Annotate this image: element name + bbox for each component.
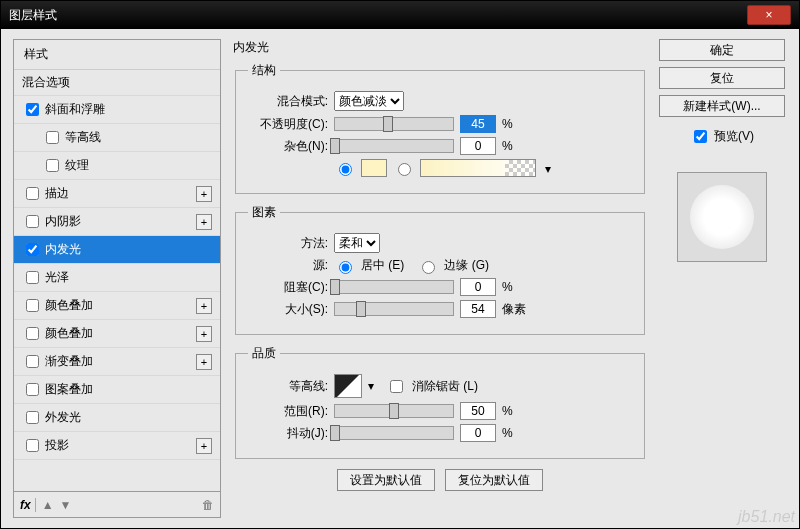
styles-bottom-bar: fx ▲ ▼ 🗑 bbox=[13, 492, 221, 518]
quality-legend: 品质 bbox=[248, 345, 280, 362]
contour-chevron-icon[interactable]: ▾ bbox=[368, 379, 374, 393]
size-unit: 像素 bbox=[502, 301, 526, 318]
range-label: 范围(R): bbox=[248, 403, 328, 420]
inner-shadow-checkbox[interactable] bbox=[26, 215, 39, 228]
color-overlay-2-checkbox[interactable] bbox=[26, 327, 39, 340]
right-panel: 确定 复位 新建样式(W)... 预览(V) bbox=[659, 29, 799, 528]
contour-sub-checkbox[interactable] bbox=[46, 131, 59, 144]
add-inner-shadow-button[interactable]: + bbox=[196, 214, 212, 230]
cancel-button[interactable]: 复位 bbox=[659, 67, 785, 89]
style-satin[interactable]: 光泽 bbox=[14, 264, 220, 292]
add-color-overlay-1-button[interactable]: + bbox=[196, 298, 212, 314]
add-color-overlay-2-button[interactable]: + bbox=[196, 326, 212, 342]
satin-checkbox[interactable] bbox=[26, 271, 39, 284]
style-contour-sub[interactable]: 等高线 bbox=[14, 124, 220, 152]
add-gradient-overlay-button[interactable]: + bbox=[196, 354, 212, 370]
fx-icon[interactable]: fx bbox=[20, 498, 36, 512]
color-swatch[interactable] bbox=[361, 159, 387, 177]
choke-input[interactable] bbox=[460, 278, 496, 296]
opacity-input[interactable] bbox=[460, 115, 496, 133]
choke-slider[interactable] bbox=[334, 280, 454, 294]
opacity-unit: % bbox=[502, 117, 513, 131]
range-unit: % bbox=[502, 404, 513, 418]
trash-icon[interactable]: 🗑 bbox=[202, 498, 214, 512]
style-texture-sub[interactable]: 纹理 bbox=[14, 152, 220, 180]
style-color-overlay-1[interactable]: 颜色叠加 + bbox=[14, 292, 220, 320]
styles-header[interactable]: 样式 bbox=[14, 40, 220, 70]
add-drop-shadow-button[interactable]: + bbox=[196, 438, 212, 454]
drop-shadow-checkbox[interactable] bbox=[26, 439, 39, 452]
add-stroke-button[interactable]: + bbox=[196, 186, 212, 202]
blend-mode-label: 混合模式: bbox=[248, 93, 328, 110]
style-outer-glow[interactable]: 外发光 bbox=[14, 404, 220, 432]
make-default-button[interactable]: 设置为默认值 bbox=[337, 469, 435, 491]
blend-mode-select[interactable]: 颜色减淡 bbox=[334, 91, 404, 111]
reset-default-button[interactable]: 复位为默认值 bbox=[445, 469, 543, 491]
inner-glow-checkbox[interactable] bbox=[26, 243, 39, 256]
texture-sub-checkbox[interactable] bbox=[46, 159, 59, 172]
outer-glow-checkbox[interactable] bbox=[26, 411, 39, 424]
source-center-label: 居中 (E) bbox=[361, 257, 404, 274]
options-panel: 内发光 结构 混合模式: 颜色减淡 不透明度(C): % 杂色(N): bbox=[221, 29, 659, 528]
color-radio[interactable] bbox=[339, 163, 352, 176]
preview-checkbox[interactable] bbox=[694, 130, 707, 143]
opacity-slider[interactable] bbox=[334, 117, 454, 131]
structure-group: 结构 混合模式: 颜色减淡 不透明度(C): % 杂色(N): % bbox=[235, 62, 645, 194]
ok-button[interactable]: 确定 bbox=[659, 39, 785, 61]
color-overlay-1-checkbox[interactable] bbox=[26, 299, 39, 312]
close-icon: × bbox=[765, 8, 772, 22]
elements-group: 图素 方法: 柔和 源: 居中 (E) 边缘 (G) 阻塞(C): % bbox=[235, 204, 645, 335]
source-center-radio[interactable] bbox=[339, 261, 352, 274]
move-up-icon[interactable]: ▲ bbox=[42, 498, 54, 512]
range-input[interactable] bbox=[460, 402, 496, 420]
panel-title: 内发光 bbox=[233, 39, 647, 56]
jitter-slider[interactable] bbox=[334, 426, 454, 440]
contour-label: 等高线: bbox=[248, 378, 328, 395]
antialias-checkbox[interactable] bbox=[390, 380, 403, 393]
style-inner-glow[interactable]: 内发光 bbox=[14, 236, 220, 264]
jitter-label: 抖动(J): bbox=[248, 425, 328, 442]
noise-unit: % bbox=[502, 139, 513, 153]
preview-box bbox=[677, 172, 767, 262]
range-slider[interactable] bbox=[334, 404, 454, 418]
style-stroke[interactable]: 描边 + bbox=[14, 180, 220, 208]
move-down-icon[interactable]: ▼ bbox=[60, 498, 72, 512]
technique-label: 方法: bbox=[248, 235, 328, 252]
structure-legend: 结构 bbox=[248, 62, 280, 79]
choke-unit: % bbox=[502, 280, 513, 294]
chevron-down-icon[interactable]: ▾ bbox=[545, 162, 551, 176]
source-edge-radio[interactable] bbox=[422, 261, 435, 274]
size-slider[interactable] bbox=[334, 302, 454, 316]
size-label: 大小(S): bbox=[248, 301, 328, 318]
bevel-checkbox[interactable] bbox=[26, 103, 39, 116]
noise-label: 杂色(N): bbox=[248, 138, 328, 155]
new-style-button[interactable]: 新建样式(W)... bbox=[659, 95, 785, 117]
pattern-overlay-checkbox[interactable] bbox=[26, 383, 39, 396]
contour-picker[interactable] bbox=[334, 374, 362, 398]
noise-input[interactable] bbox=[460, 137, 496, 155]
style-bevel[interactable]: 斜面和浮雕 bbox=[14, 96, 220, 124]
antialias-label: 消除锯齿 (L) bbox=[412, 378, 478, 395]
close-button[interactable]: × bbox=[747, 5, 791, 25]
style-inner-shadow[interactable]: 内阴影 + bbox=[14, 208, 220, 236]
gradient-overlay-checkbox[interactable] bbox=[26, 355, 39, 368]
titlebar: 图层样式 × bbox=[1, 1, 799, 29]
style-drop-shadow[interactable]: 投影 + bbox=[14, 432, 220, 460]
noise-slider[interactable] bbox=[334, 139, 454, 153]
gradient-radio[interactable] bbox=[398, 163, 411, 176]
quality-group: 品质 等高线: ▾ 消除锯齿 (L) 范围(R): % 抖动(J): bbox=[235, 345, 645, 459]
style-color-overlay-2[interactable]: 颜色叠加 + bbox=[14, 320, 220, 348]
stroke-checkbox[interactable] bbox=[26, 187, 39, 200]
blending-options[interactable]: 混合选项 bbox=[14, 70, 220, 96]
preview-label: 预览(V) bbox=[714, 128, 754, 145]
technique-select[interactable]: 柔和 bbox=[334, 233, 380, 253]
size-input[interactable] bbox=[460, 300, 496, 318]
style-pattern-overlay[interactable]: 图案叠加 bbox=[14, 376, 220, 404]
opacity-label: 不透明度(C): bbox=[248, 116, 328, 133]
gradient-swatch[interactable]: ▾ bbox=[420, 159, 536, 177]
source-edge-label: 边缘 (G) bbox=[444, 257, 489, 274]
style-gradient-overlay[interactable]: 渐变叠加 + bbox=[14, 348, 220, 376]
styles-panel: 样式 混合选项 斜面和浮雕 等高线 纹理 描边 + bbox=[1, 29, 221, 528]
window-title: 图层样式 bbox=[9, 7, 747, 24]
jitter-input[interactable] bbox=[460, 424, 496, 442]
